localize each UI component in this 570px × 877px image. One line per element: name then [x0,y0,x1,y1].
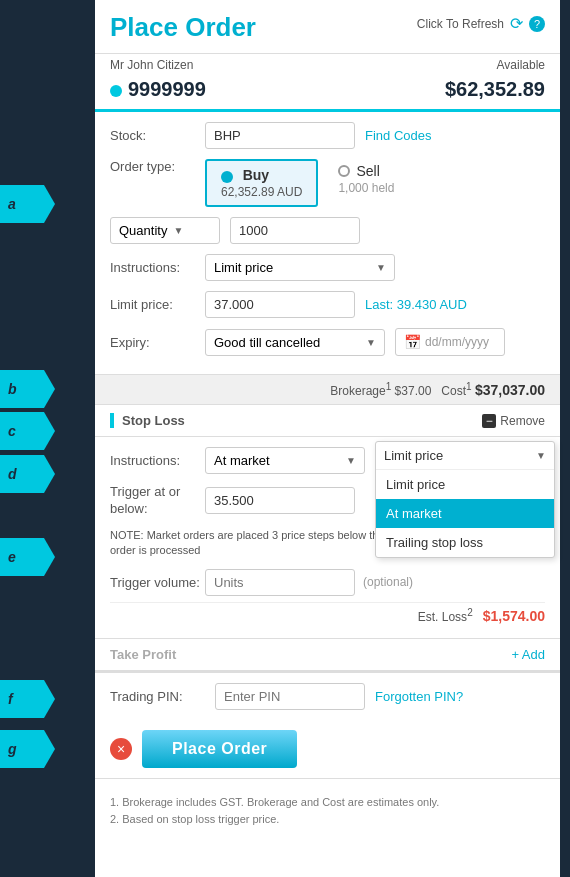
dropdown-item-limit[interactable]: Limit price [376,470,554,499]
quantity-select[interactable]: Quantity ▼ [110,217,220,244]
user-name: Mr John Citizen [110,58,193,72]
stop-loss-instructions-row: Instructions: At market ▼ Limit price ▼ … [110,447,545,474]
remove-button[interactable]: − Remove [482,414,545,428]
chevron-f: f [0,680,55,718]
stock-input[interactable] [205,122,355,149]
quantity-input[interactable] [230,217,360,244]
sell-option[interactable]: Sell 1,000 held [338,159,394,195]
user-row: Mr John Citizen Available [95,54,560,76]
expiry-arrow-icon: ▼ [366,337,376,348]
footnote-2: 2. Based on stop loss trigger price. [110,811,545,829]
take-profit-title: Take Profit [110,647,176,662]
chevron-c-arrow: c [0,412,55,450]
click-to-refresh-label: Click To Refresh [417,17,504,31]
chevron-e: e [0,538,55,576]
chevron-f-arrow: f [0,680,55,718]
chevron-d: d [0,455,55,493]
limit-price-input[interactable] [205,291,355,318]
brokerage-bar: Brokerage1 $37.00 Cost1 $37,037.00 [95,374,560,405]
chevron-a: a [0,185,55,223]
refresh-icon[interactable]: ⟳ [510,14,523,33]
stop-loss-header: Stop Loss − Remove [95,405,560,437]
brokerage-sup: 1 [386,381,392,392]
side-label-c: c [8,423,16,439]
sell-radio[interactable]: Sell [338,163,394,179]
add-button[interactable]: + Add [511,647,545,662]
est-loss-row: Est. Loss2 $1,574.00 [110,602,545,628]
stop-loss-form: Instructions: At market ▼ Limit price ▼ … [95,437,560,638]
trading-pin-label: Trading PIN: [110,689,205,704]
limit-price-label: Limit price: [110,297,205,312]
place-order-button[interactable]: Place Order [142,730,297,768]
take-profit-header: Take Profit + Add [95,639,560,671]
stop-loss-title: Stop Loss [110,413,185,428]
find-codes-link[interactable]: Find Codes [365,128,431,143]
side-labels: a b c d e f [0,0,80,877]
form-area: Stock: Find Codes Order type: Buy 62,352… [95,112,560,374]
cancel-icon: × [117,741,125,757]
buy-sub: 62,352.89 AUD [221,185,302,199]
stock-row: Stock: Find Codes [110,122,545,149]
place-order-row: × Place Order [95,720,560,779]
dropdown-arrow-icon: ▼ [536,450,546,461]
side-label-e: e [8,549,16,565]
account-row: 9999999 $62,352.89 [95,76,560,112]
order-type-row: Order type: Buy 62,352.89 AUD Sell 1,000… [110,159,545,207]
date-input[interactable]: 📅 dd/mm/yyyy [395,328,505,356]
stop-loss-instructions-label: Instructions: [110,453,205,468]
trigger-label: Trigger at or below: [110,484,205,518]
expiry-select[interactable]: Good till cancelled ▼ [205,329,385,356]
chevron-b-arrow: b [0,370,55,408]
footnotes: 1. Brokerage includes GST. Brokerage and… [95,779,560,844]
instructions-row: Instructions: Limit price ▼ [110,254,545,281]
side-label-b: b [8,381,17,397]
chevron-d-arrow: d [0,455,55,493]
trading-pin-input[interactable] [215,683,365,710]
order-type-label: Order type: [110,159,205,174]
side-label-g: g [8,741,17,757]
cancel-button[interactable]: × [110,738,132,760]
take-profit-section: Take Profit + Add [95,638,560,672]
dropdown-item-atmarket[interactable]: At market [376,499,554,528]
chevron-c: c [0,412,55,450]
help-icon[interactable]: ? [529,16,545,32]
stop-loss-instructions-value: At market [214,453,270,468]
trigger-volume-row: Trigger volume: (optional) [110,569,545,596]
brokerage-text: Brokerage [330,384,385,398]
pin-row: Trading PIN: Forgotten PIN? [110,683,545,710]
instructions-value: Limit price [214,260,273,275]
trigger-input[interactable] [205,487,355,514]
expiry-label: Expiry: [110,335,205,350]
brokerage-amount: $37.00 [395,384,432,398]
main-panel: Place Order Click To Refresh ⟳ ? Mr John… [95,0,560,877]
add-label: + Add [511,647,545,662]
est-loss-sup: 2 [467,607,473,618]
buy-label: Buy [243,167,269,183]
available-amount: $62,352.89 [445,78,545,101]
forgotten-pin-link[interactable]: Forgotten PIN? [375,689,463,704]
dropdown-title: Limit price [384,448,443,463]
side-label-d: d [8,466,17,482]
stop-loss-instructions-select[interactable]: At market ▼ [205,447,365,474]
trigger-volume-input[interactable] [205,569,355,596]
dropdown-item-trailing[interactable]: Trailing stop loss [376,528,554,557]
quantity-arrow-icon: ▼ [173,225,183,236]
expiry-value: Good till cancelled [214,335,320,350]
est-loss-amount: $1,574.00 [483,608,545,624]
cost-sup: 1 [466,381,472,392]
trigger-volume-label: Trigger volume: [110,575,205,590]
date-placeholder: dd/mm/yyyy [425,335,489,349]
dropdown-header: Limit price ▼ [376,442,554,470]
sell-sub: 1,000 held [338,181,394,195]
expiry-row: Expiry: Good till cancelled ▼ 📅 dd/mm/yy… [110,328,545,356]
buy-radio-dot [221,171,233,183]
footnote-1: 1. Brokerage includes GST. Brokerage and… [110,794,545,812]
sell-radio-empty [338,165,350,177]
instructions-select[interactable]: Limit price ▼ [205,254,395,281]
trading-pin-section: Trading PIN: Forgotten PIN? [95,672,560,720]
header-top-right: Click To Refresh ⟳ ? [417,14,545,33]
buy-option[interactable]: Buy 62,352.89 AUD [205,159,318,207]
remove-label: Remove [500,414,545,428]
cost-label: Cost [441,384,466,398]
sell-label: Sell [356,163,379,179]
